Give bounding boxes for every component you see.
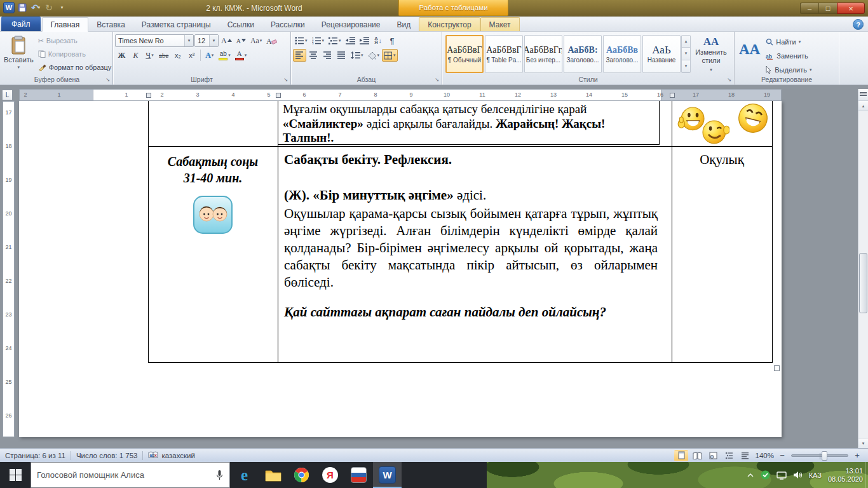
vertical-ruler[interactable]: 17181920212223242526 (3, 101, 15, 437)
shrink-font-button[interactable]: А (234, 34, 248, 47)
decrease-indent-button[interactable] (344, 34, 357, 47)
table-border[interactable] (659, 101, 660, 145)
tab-page-layout[interactable]: Разметка страницы (133, 18, 219, 31)
select-button[interactable]: Выделить ▾ (763, 64, 814, 76)
taskbar-word-button[interactable]: W (373, 462, 402, 488)
align-center-button[interactable] (307, 49, 320, 62)
resources-cell[interactable]: Оқулық (672, 152, 771, 168)
strikethrough-button[interactable]: abe (157, 49, 170, 62)
zoom-in-button[interactable]: + (853, 451, 862, 460)
numbering-button[interactable]: 123▾ (310, 34, 327, 47)
vertical-scrollbar[interactable]: ▴ ▾ (858, 89, 868, 448)
body-paragraph[interactable]: Оқушылар қарама-қарсы сызық бойымен қата… (284, 205, 658, 291)
scroll-down-button[interactable]: ▾ (858, 438, 868, 448)
table-resize-handle[interactable] (774, 365, 780, 371)
zoom-slider[interactable] (791, 454, 848, 457)
justify-button[interactable] (335, 49, 348, 62)
scrollbar-thumb[interactable] (859, 253, 867, 313)
save-button[interactable] (17, 1, 28, 14)
language-switcher[interactable]: КАЗ (809, 471, 822, 479)
style-heading2[interactable]: АаБбВв Заголово... (603, 35, 641, 73)
print-layout-view-button[interactable] (674, 450, 688, 461)
taskbar-yandex-button[interactable]: Я (316, 462, 344, 488)
table-border[interactable] (148, 362, 773, 363)
align-left-button[interactable] (293, 49, 306, 62)
style-heading1[interactable]: АаБбВ: Заголово... (564, 35, 602, 73)
scroll-up-button[interactable]: ▴ (858, 101, 868, 111)
clear-formatting-button[interactable]: А (264, 34, 279, 47)
reflection-heading[interactable]: Сабақты бекіту. Рефлексия. (284, 152, 452, 168)
method-line[interactable]: (Ж). «Бір минуттық әңгіме» әдісі. (284, 187, 486, 203)
zoom-slider-thumb[interactable] (822, 451, 827, 461)
qat-customize-button[interactable]: ▾ (57, 1, 68, 14)
text-effects-button[interactable]: А▾ (203, 49, 216, 62)
table-column-marker[interactable] (276, 93, 281, 98)
style-table-paragraph[interactable]: АаБбВвГ ¶ Table Pa... (485, 35, 523, 73)
language-indicator[interactable]: abx казахский (143, 449, 200, 462)
taskbar-ie-button[interactable]: e (230, 462, 259, 488)
tab-mailings[interactable]: Рассылки (262, 18, 313, 31)
align-right-button[interactable] (321, 49, 334, 62)
borders-button[interactable]: ▾ (382, 49, 398, 62)
font-dialog-launcher[interactable]: ↘ (282, 76, 289, 83)
outline-view-button[interactable] (722, 450, 736, 461)
page-indicator[interactable]: Страница: 6 из 11 (0, 449, 71, 462)
change-case-button[interactable]: Аа▾ (248, 34, 264, 47)
copy-button[interactable]: Копировать (36, 48, 114, 60)
tab-home[interactable]: Главная (42, 17, 89, 32)
line-spacing-button[interactable]: ▾ (349, 49, 365, 62)
tab-review[interactable]: Рецензирование (313, 18, 389, 31)
gallery-scroll-down-button[interactable]: ▾ (682, 48, 690, 60)
style-no-spacing[interactable]: АаБбВвГг, Без интер... (524, 35, 562, 73)
subscript-button[interactable]: x₂ (171, 49, 184, 62)
grow-font-button[interactable]: А (219, 34, 234, 47)
font-size-combo[interactable]: 12 ▾ (194, 34, 219, 47)
undo-button[interactable]: ↶▾ (30, 1, 41, 14)
minimize-button[interactable]: – (800, 3, 818, 14)
taskbar-explorer-button[interactable] (259, 462, 287, 488)
tab-insert[interactable]: Вставка (88, 18, 133, 31)
tab-references[interactable]: Ссылки (219, 18, 262, 31)
clipboard-dialog-launcher[interactable]: ↘ (104, 76, 111, 83)
taskbar-chrome-button[interactable] (287, 462, 316, 488)
superscript-button[interactable]: x² (185, 49, 198, 62)
table-border[interactable] (672, 101, 672, 363)
zoom-level[interactable]: 140% (754, 452, 774, 459)
table-column-marker[interactable] (670, 93, 675, 98)
microphone-icon[interactable] (215, 470, 224, 480)
style-normal[interactable]: АаБбВвГ ¶ Обычный (445, 35, 484, 73)
document-page[interactable]: Мұғалім оқушыларды сабаққа қатысу белсен… (19, 101, 782, 437)
tab-stop-selector[interactable]: L (2, 90, 13, 100)
web-layout-view-button[interactable] (706, 450, 720, 461)
multilevel-list-button[interactable]: ▾ (327, 34, 343, 47)
network-icon[interactable] (776, 471, 787, 480)
word-app-icon[interactable]: W (3, 2, 15, 13)
style-title[interactable]: АаЬ Название (642, 35, 681, 73)
question-line[interactable]: Қай сайттағы ақпарат саған пайдалы деп о… (284, 304, 606, 320)
sort-button[interactable]: АЯ↓ (372, 34, 385, 47)
assessment-paragraph[interactable]: Мұғалім оқушыларды сабаққа қатысу белсен… (283, 102, 642, 146)
table-border[interactable] (278, 101, 278, 363)
word-count[interactable]: Число слов: 1 753 (71, 449, 143, 462)
format-painter-button[interactable]: Формат по образцу (36, 61, 114, 74)
start-button[interactable] (0, 462, 31, 488)
cut-button[interactable]: ✂ Вырезать (36, 34, 114, 47)
repeat-button[interactable]: ↻ (43, 1, 55, 14)
stage-cell[interactable]: Сабақтың соңы 31-40 мин. (149, 153, 277, 238)
fullscreen-reading-view-button[interactable] (690, 450, 704, 461)
find-button[interactable]: Найти ▾ (763, 36, 814, 48)
replace-button[interactable]: ab Заменить (763, 50, 814, 62)
bold-button[interactable]: Ж (115, 49, 128, 62)
increase-indent-button[interactable] (358, 34, 371, 47)
taskbar-app-button[interactable] (344, 462, 373, 488)
tab-file[interactable]: Файл (1, 17, 41, 31)
show-marks-button[interactable]: ¶ (386, 34, 399, 47)
font-color-button[interactable]: А▾ (233, 49, 249, 62)
taskbar-search[interactable]: Голосовой помощник Алиса (31, 462, 230, 488)
change-styles-button[interactable]: АА Изменить стили ▾ (691, 33, 731, 74)
help-button[interactable]: ? (853, 19, 864, 30)
ruler-toggle-button[interactable] (858, 89, 868, 101)
taskbar-clock[interactable]: 13:01 08.05.2020 (828, 467, 863, 484)
paste-button[interactable]: Вставить ▾ (3, 33, 34, 74)
highlight-button[interactable]: ab▾ (217, 49, 233, 62)
